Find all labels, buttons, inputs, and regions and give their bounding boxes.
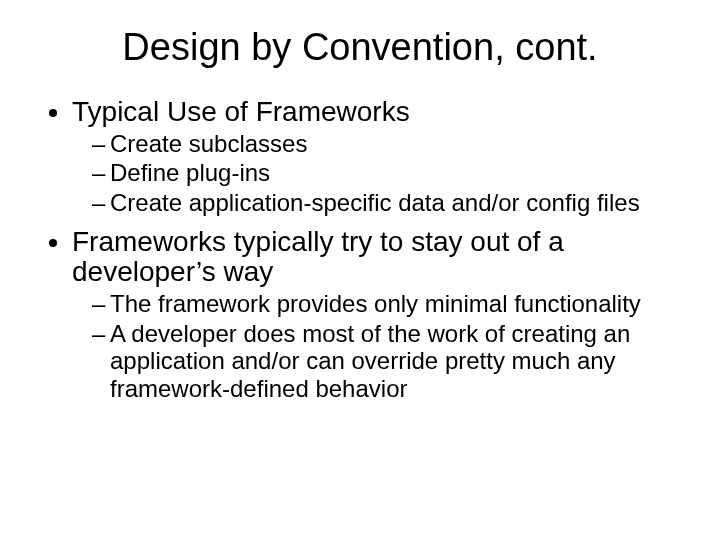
- bullet-2-sublist: The framework provides only minimal func…: [72, 290, 680, 402]
- bullet-2-text: Frameworks typically try to stay out of …: [72, 226, 564, 288]
- bullet-1: Typical Use of Frameworks Create subclas…: [72, 97, 680, 217]
- slide: Design by Convention, cont. Typical Use …: [0, 0, 720, 540]
- bullet-list: Typical Use of Frameworks Create subclas…: [40, 97, 680, 403]
- bullet-1-text: Typical Use of Frameworks: [72, 96, 410, 127]
- bullet-2-sub-1: The framework provides only minimal func…: [92, 290, 680, 318]
- bullet-1-sub-1: Create subclasses: [92, 130, 680, 158]
- bullet-1-sublist: Create subclasses Define plug-ins Create…: [72, 130, 680, 217]
- bullet-1-sub-2: Define plug-ins: [92, 159, 680, 187]
- bullet-1-sub-3: Create application-specific data and/or …: [92, 189, 680, 217]
- bullet-2-sub-2: A developer does most of the work of cre…: [92, 320, 680, 403]
- bullet-2: Frameworks typically try to stay out of …: [72, 227, 680, 403]
- slide-title: Design by Convention, cont.: [40, 26, 680, 69]
